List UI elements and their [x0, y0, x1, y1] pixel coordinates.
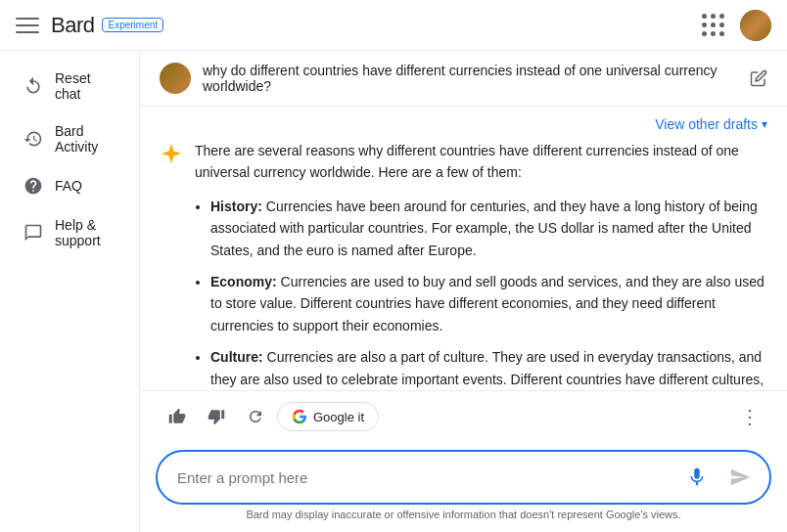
apps-icon[interactable] [701, 14, 724, 37]
point-text-culture: Currencies are also a part of culture. T… [210, 349, 764, 390]
refresh-button[interactable] [238, 399, 273, 434]
bard-star-icon [160, 142, 183, 165]
google-it-button[interactable]: Google it [277, 402, 379, 431]
activity-icon [23, 129, 43, 149]
content-area: why do different countries have differen… [139, 51, 787, 532]
send-button[interactable] [722, 460, 758, 495]
sidebar-item-reset-chat[interactable]: Reset chat [8, 61, 131, 111]
sidebar-item-label: Help & support [55, 217, 116, 248]
response-intro: There are several reasons why different … [195, 140, 767, 184]
user-avatar[interactable] [740, 10, 771, 41]
thumb-down-button[interactable] [199, 399, 234, 434]
google-logo-icon [292, 409, 307, 424]
sidebar: Reset chat Bard Activity FAQ [0, 51, 139, 532]
sidebar-item-help-support[interactable]: Help & support [8, 207, 131, 258]
sidebar-item-label: Bard Activity [55, 123, 116, 155]
help-icon [23, 223, 43, 243]
point-text-economy: Currencies are used to buy and sell good… [210, 274, 764, 333]
google-it-label: Google it [313, 410, 364, 424]
action-bar: Google it ⋮ [140, 390, 787, 442]
main-layout: Reset chat Bard Activity FAQ [0, 51, 787, 532]
more-options-button[interactable]: ⋮ [732, 399, 767, 434]
response-content: There are several reasons why different … [160, 140, 767, 390]
prompt-input[interactable] [177, 469, 671, 486]
point-title-culture: Culture: [210, 349, 263, 365]
response-point-1: History: Currencies have been around for… [210, 196, 767, 261]
input-area: Bard may display inaccurate or offensive… [140, 442, 787, 532]
drafts-label: View other drafts [655, 116, 758, 132]
response-point-2: Economy: Currencies are used to buy and … [210, 271, 767, 336]
point-title-history: History: [210, 199, 262, 214]
sidebar-item-label: Reset chat [55, 70, 116, 102]
sidebar-item-bard-activity[interactable]: Bard Activity [8, 113, 131, 164]
point-title-economy: Economy: [210, 274, 277, 289]
response-area: View other drafts ▾ There are several re… [140, 107, 787, 390]
top-nav: Bard Experiment [0, 0, 787, 51]
logo: Bard Experiment [51, 13, 163, 38]
experiment-badge: Experiment [102, 18, 163, 32]
logo-text: Bard [51, 13, 94, 38]
chevron-down-icon: ▾ [762, 117, 767, 131]
user-question-avatar [160, 63, 191, 94]
question-text: why do different countries have differen… [203, 63, 738, 94]
disclaimer: Bard may display inaccurate or offensive… [156, 505, 771, 528]
sidebar-item-faq[interactable]: FAQ [8, 166, 131, 205]
question-bar: why do different countries have differen… [140, 51, 787, 107]
view-other-drafts[interactable]: View other drafts ▾ [160, 107, 767, 140]
input-wrapper [156, 450, 771, 505]
response-text: There are several reasons why different … [195, 140, 767, 390]
edit-icon[interactable] [750, 69, 767, 87]
response-point-3: Culture: Currencies are also a part of c… [210, 346, 767, 390]
faq-icon [23, 176, 43, 196]
sidebar-item-label: FAQ [55, 178, 82, 194]
point-text-history: Currencies have been around for centurie… [210, 199, 758, 258]
mic-button[interactable] [679, 460, 715, 495]
menu-button[interactable] [16, 14, 39, 37]
response-points: History: Currencies have been around for… [210, 196, 767, 390]
reset-icon [23, 76, 43, 96]
thumb-up-button[interactable] [160, 399, 195, 434]
